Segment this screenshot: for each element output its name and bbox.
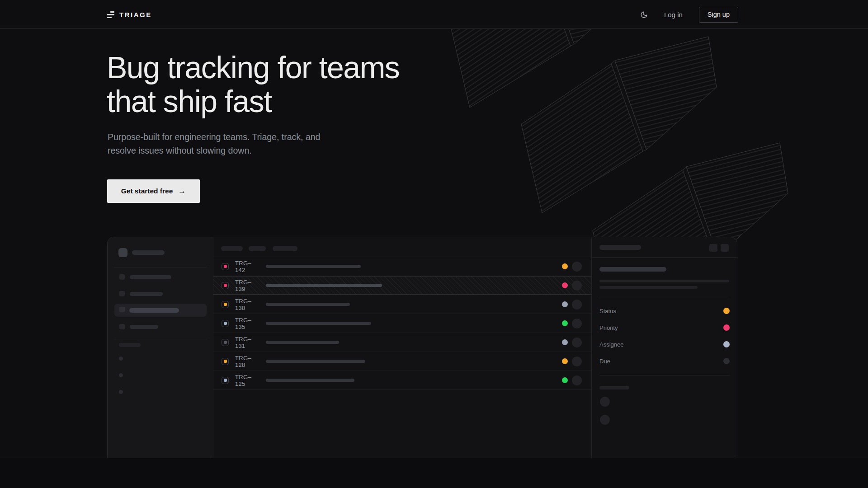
- issue-status-dot: [562, 358, 568, 364]
- workspace-name-placeholder: [132, 250, 165, 255]
- sidebar-divider: [114, 267, 207, 267]
- get-started-button[interactable]: Get started free →: [107, 179, 200, 203]
- list-tab-placeholder[interactable]: [273, 246, 297, 251]
- issue-status-dot: [562, 377, 568, 383]
- issue-title-placeholder: [266, 360, 365, 363]
- hero-heading: Bug tracking for teams that ship fast: [107, 51, 399, 118]
- issue-assignee-avatar: [572, 375, 582, 385]
- issue-id: TRG–131: [235, 336, 259, 349]
- issue-id: TRG–125: [235, 374, 259, 387]
- sidebar-nav-placeholder[interactable]: [130, 325, 158, 329]
- issue-type-icon: [222, 358, 229, 365]
- issue-row[interactable]: TRG–135: [213, 314, 591, 333]
- issue-title-placeholder: [266, 379, 354, 382]
- detail-field-label: Status: [599, 308, 616, 314]
- issue-id: TRG–139: [235, 279, 259, 292]
- sidebar-active-placeholder: [129, 308, 179, 313]
- issue-row[interactable]: TRG–125: [213, 371, 591, 390]
- activity-avatar: [600, 397, 610, 407]
- issue-type-icon: [222, 320, 229, 327]
- detail-field-value-dot: [723, 308, 730, 314]
- issue-row[interactable]: TRG–139: [213, 276, 591, 295]
- brand-name: TRIAGE: [119, 11, 152, 19]
- app-preview-section: TRG–142 TRG–139 TRG–138 TRG–135 TRG–131 …: [0, 237, 868, 458]
- detail-divider: [599, 375, 730, 375]
- list-tab-placeholder[interactable]: [221, 246, 243, 251]
- sidebar-nav-icon: [119, 274, 125, 280]
- sidebar-nav-icon: [119, 324, 125, 329]
- issue-status-dot: [562, 339, 568, 345]
- sidebar-nav-placeholder[interactable]: [130, 275, 171, 279]
- detail-field-label: Assignee: [599, 341, 623, 348]
- issue-assignee-avatar: [572, 300, 582, 310]
- detail-header-divider: [591, 257, 738, 258]
- login-link[interactable]: Log in: [664, 11, 683, 19]
- detail-action-button[interactable]: [709, 244, 717, 252]
- column-divider: [591, 237, 592, 458]
- issue-assignee-avatar: [572, 281, 582, 291]
- issue-assignee-avatar: [572, 338, 582, 347]
- issue-id: TRG–138: [235, 298, 259, 311]
- issue-row[interactable]: TRG–128: [213, 352, 591, 371]
- arrow-right-icon: →: [178, 187, 186, 196]
- get-started-label: Get started free: [121, 187, 173, 195]
- issue-status-dot: [562, 263, 568, 269]
- detail-action-button[interactable]: [721, 244, 729, 252]
- sidebar-section-placeholder: [119, 343, 141, 347]
- issue-type-icon: [222, 301, 229, 308]
- issue-title-placeholder: [266, 284, 382, 287]
- detail-field-row[interactable]: Status: [599, 308, 730, 314]
- issue-title-placeholder: [266, 265, 361, 268]
- detail-field-value-dot: [723, 324, 730, 331]
- sidebar-nav-icon: [119, 307, 125, 312]
- list-header: [213, 237, 591, 257]
- activity-label-placeholder: [599, 386, 629, 389]
- detail-field-label: Due: [599, 358, 610, 365]
- sidebar-bullet: [119, 357, 123, 361]
- list-tab-placeholder[interactable]: [249, 246, 266, 251]
- detail-divider: [599, 298, 730, 298]
- activity-avatar: [600, 415, 610, 425]
- issue-title-placeholder: [266, 341, 339, 344]
- detail-field-label: Priority: [599, 324, 618, 331]
- sidebar-nav-icon: [119, 291, 125, 296]
- detail-field-row[interactable]: Due: [599, 358, 730, 364]
- brand-logo[interactable]: TRIAGE: [107, 0, 152, 29]
- issue-assignee-avatar: [572, 357, 582, 366]
- hero-subtitle: Purpose-built for engineering teams. Tri…: [108, 130, 325, 157]
- column-divider: [213, 237, 213, 458]
- issue-id: TRG–142: [235, 260, 259, 273]
- detail-breadcrumb-placeholder: [599, 245, 641, 250]
- hero-heading-line1: Bug tracking for teams: [107, 51, 399, 84]
- sidebar-divider: [114, 339, 207, 339]
- mock-sidebar: [108, 237, 213, 458]
- sidebar-bullet: [119, 390, 123, 394]
- detail-text-placeholder: [599, 280, 729, 282]
- nav-actions: Log in Sign up: [640, 0, 738, 29]
- issue-row[interactable]: TRG–138: [213, 295, 591, 314]
- issue-status-dot: [562, 282, 568, 288]
- hero-heading-line2: that ship fast: [107, 84, 399, 118]
- detail-title-placeholder: [599, 267, 666, 272]
- issue-status-dot: [562, 320, 568, 326]
- landing-page: TRIAGE Log in Sign up Bug tracking for t…: [0, 0, 868, 488]
- issue-row[interactable]: TRG–131: [213, 333, 591, 352]
- issue-id: TRG–128: [235, 355, 259, 368]
- app-preview-card: TRG–142 TRG–139 TRG–138 TRG–135 TRG–131 …: [107, 237, 737, 458]
- detail-field-row[interactable]: Assignee: [599, 341, 730, 347]
- sidebar-nav-placeholder[interactable]: [130, 292, 163, 296]
- issue-row[interactable]: TRG–142: [213, 257, 591, 276]
- detail-field-row[interactable]: Priority: [599, 324, 730, 331]
- issue-type-icon: [222, 282, 229, 289]
- moon-icon[interactable]: [640, 11, 648, 19]
- sidebar-bullet: [119, 373, 123, 377]
- issue-status-dot: [562, 301, 568, 307]
- mock-issue-list: TRG–142 TRG–139 TRG–138 TRG–135 TRG–131 …: [213, 237, 591, 458]
- issue-title-placeholder: [266, 303, 350, 306]
- issue-type-icon: [222, 263, 229, 270]
- issue-type-icon: [222, 339, 229, 346]
- mock-detail-panel: Status Priority Assignee Due: [591, 237, 738, 458]
- issue-type-icon: [222, 377, 229, 384]
- detail-field-value-dot: [723, 358, 730, 364]
- signup-button[interactable]: Sign up: [699, 7, 738, 23]
